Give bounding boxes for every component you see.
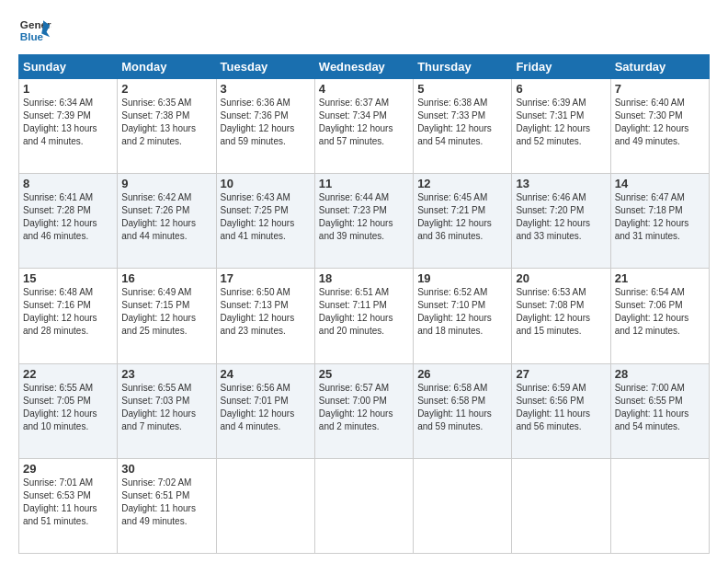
day-cell: 19Sunrise: 6:52 AM Sunset: 7:10 PM Dayli… [414, 269, 512, 363]
day-cell: 23Sunrise: 6:55 AM Sunset: 7:03 PM Dayli… [118, 363, 216, 458]
day-cell: 22Sunrise: 6:55 AM Sunset: 7:05 PM Dayli… [19, 363, 118, 458]
day-number: 5 [417, 82, 507, 96]
day-cell: 29Sunrise: 7:01 AM Sunset: 6:53 PM Dayli… [19, 458, 118, 553]
day-number: 15 [23, 271, 113, 285]
day-info: Sunrise: 6:41 AM Sunset: 7:28 PM Dayligh… [23, 191, 113, 243]
day-cell: 5Sunrise: 6:38 AM Sunset: 7:33 PM Daylig… [414, 79, 512, 174]
day-number: 19 [417, 271, 507, 285]
day-number: 4 [319, 82, 409, 96]
day-number: 6 [516, 82, 606, 96]
column-header-monday: Monday [118, 55, 216, 79]
calendar-page: General Blue SundayMondayTuesdayWednesda… [0, 0, 728, 563]
day-info: Sunrise: 6:49 AM Sunset: 7:15 PM Dayligh… [121, 286, 211, 338]
day-info: Sunrise: 6:45 AM Sunset: 7:21 PM Dayligh… [417, 191, 507, 243]
day-cell: 2Sunrise: 6:35 AM Sunset: 7:38 PM Daylig… [118, 79, 216, 174]
day-info: Sunrise: 7:00 AM Sunset: 6:55 PM Dayligh… [615, 382, 705, 433]
day-info: Sunrise: 6:48 AM Sunset: 7:16 PM Dayligh… [23, 286, 113, 338]
day-number: 25 [319, 367, 409, 381]
day-cell: 16Sunrise: 6:49 AM Sunset: 7:15 PM Dayli… [118, 269, 216, 363]
day-number: 30 [121, 462, 211, 476]
day-info: Sunrise: 6:34 AM Sunset: 7:39 PM Dayligh… [23, 97, 113, 148]
day-cell: 10Sunrise: 6:43 AM Sunset: 7:25 PM Dayli… [216, 174, 314, 269]
day-cell: 17Sunrise: 6:50 AM Sunset: 7:13 PM Dayli… [216, 269, 314, 363]
day-info: Sunrise: 6:52 AM Sunset: 7:10 PM Dayligh… [417, 286, 507, 338]
day-number: 24 [221, 367, 311, 381]
day-info: Sunrise: 6:56 AM Sunset: 7:01 PM Dayligh… [221, 382, 311, 433]
day-info: Sunrise: 6:35 AM Sunset: 7:38 PM Dayligh… [121, 97, 211, 148]
day-number: 28 [615, 367, 705, 381]
day-number: 9 [121, 177, 211, 190]
day-number: 12 [417, 177, 507, 190]
day-number: 18 [319, 271, 409, 285]
day-number: 1 [23, 82, 113, 96]
day-cell: 7Sunrise: 6:40 AM Sunset: 7:30 PM Daylig… [610, 79, 709, 174]
day-info: Sunrise: 6:54 AM Sunset: 7:06 PM Dayligh… [615, 286, 705, 338]
header-row: SundayMondayTuesdayWednesdayThursdayFrid… [19, 55, 710, 79]
day-cell: 15Sunrise: 6:48 AM Sunset: 7:16 PM Dayli… [19, 269, 118, 363]
day-number: 13 [516, 177, 606, 190]
svg-text:Blue: Blue [20, 30, 44, 42]
day-info: Sunrise: 6:46 AM Sunset: 7:20 PM Dayligh… [516, 191, 606, 243]
day-number: 20 [516, 271, 606, 285]
day-info: Sunrise: 6:43 AM Sunset: 7:25 PM Dayligh… [221, 191, 311, 243]
day-info: Sunrise: 6:57 AM Sunset: 7:00 PM Dayligh… [319, 382, 409, 433]
day-info: Sunrise: 7:02 AM Sunset: 6:51 PM Dayligh… [121, 477, 211, 528]
column-header-sunday: Sunday [19, 55, 118, 79]
day-cell: 28Sunrise: 7:00 AM Sunset: 6:55 PM Dayli… [610, 363, 709, 458]
day-cell: 9Sunrise: 6:42 AM Sunset: 7:26 PM Daylig… [118, 174, 216, 269]
day-cell [414, 458, 512, 553]
day-cell: 14Sunrise: 6:47 AM Sunset: 7:18 PM Dayli… [610, 174, 709, 269]
column-header-thursday: Thursday [414, 55, 512, 79]
day-info: Sunrise: 6:50 AM Sunset: 7:13 PM Dayligh… [221, 286, 311, 338]
column-header-tuesday: Tuesday [216, 55, 314, 79]
day-number: 16 [121, 271, 211, 285]
logo: General Blue [18, 14, 51, 47]
day-cell: 18Sunrise: 6:51 AM Sunset: 7:11 PM Dayli… [314, 269, 413, 363]
day-cell: 27Sunrise: 6:59 AM Sunset: 6:56 PM Dayli… [512, 363, 610, 458]
day-info: Sunrise: 7:01 AM Sunset: 6:53 PM Dayligh… [23, 477, 113, 528]
day-cell: 1Sunrise: 6:34 AM Sunset: 7:39 PM Daylig… [19, 79, 118, 174]
day-number: 8 [23, 177, 113, 190]
day-cell [610, 458, 709, 553]
day-number: 14 [615, 177, 705, 190]
day-number: 21 [615, 271, 705, 285]
day-info: Sunrise: 6:53 AM Sunset: 7:08 PM Dayligh… [516, 286, 606, 338]
day-info: Sunrise: 6:51 AM Sunset: 7:11 PM Dayligh… [319, 286, 409, 338]
day-number: 2 [121, 82, 211, 96]
day-cell: 25Sunrise: 6:57 AM Sunset: 7:00 PM Dayli… [314, 363, 413, 458]
day-cell: 6Sunrise: 6:39 AM Sunset: 7:31 PM Daylig… [512, 79, 610, 174]
week-row-2: 8Sunrise: 6:41 AM Sunset: 7:28 PM Daylig… [19, 174, 710, 269]
day-info: Sunrise: 6:47 AM Sunset: 7:18 PM Dayligh… [615, 191, 705, 243]
day-number: 3 [221, 82, 311, 96]
day-cell: 11Sunrise: 6:44 AM Sunset: 7:23 PM Dayli… [314, 174, 413, 269]
day-number: 7 [615, 82, 705, 96]
day-number: 23 [121, 367, 211, 381]
day-cell: 26Sunrise: 6:58 AM Sunset: 6:58 PM Dayli… [414, 363, 512, 458]
day-info: Sunrise: 6:44 AM Sunset: 7:23 PM Dayligh… [319, 191, 409, 243]
day-cell: 3Sunrise: 6:36 AM Sunset: 7:36 PM Daylig… [216, 79, 314, 174]
day-cell: 13Sunrise: 6:46 AM Sunset: 7:20 PM Dayli… [512, 174, 610, 269]
day-info: Sunrise: 6:36 AM Sunset: 7:36 PM Dayligh… [221, 97, 311, 148]
day-number: 10 [221, 177, 311, 190]
day-cell [314, 458, 413, 553]
day-number: 22 [23, 367, 113, 381]
column-header-wednesday: Wednesday [314, 55, 413, 79]
day-info: Sunrise: 6:40 AM Sunset: 7:30 PM Dayligh… [615, 97, 705, 148]
day-cell: 24Sunrise: 6:56 AM Sunset: 7:01 PM Dayli… [216, 363, 314, 458]
header: General Blue [18, 14, 710, 47]
day-info: Sunrise: 6:55 AM Sunset: 7:03 PM Dayligh… [121, 382, 211, 433]
day-cell: 30Sunrise: 7:02 AM Sunset: 6:51 PM Dayli… [118, 458, 216, 553]
day-number: 27 [516, 367, 606, 381]
column-header-saturday: Saturday [610, 55, 709, 79]
week-row-5: 29Sunrise: 7:01 AM Sunset: 6:53 PM Dayli… [19, 458, 710, 553]
day-info: Sunrise: 6:37 AM Sunset: 7:34 PM Dayligh… [319, 97, 409, 148]
logo-icon: General Blue [18, 14, 51, 47]
day-info: Sunrise: 6:38 AM Sunset: 7:33 PM Dayligh… [417, 97, 507, 148]
day-number: 17 [221, 271, 311, 285]
day-cell: 20Sunrise: 6:53 AM Sunset: 7:08 PM Dayli… [512, 269, 610, 363]
column-header-friday: Friday [512, 55, 610, 79]
day-cell: 12Sunrise: 6:45 AM Sunset: 7:21 PM Dayli… [414, 174, 512, 269]
week-row-4: 22Sunrise: 6:55 AM Sunset: 7:05 PM Dayli… [19, 363, 710, 458]
day-cell [216, 458, 314, 553]
week-row-1: 1Sunrise: 6:34 AM Sunset: 7:39 PM Daylig… [19, 79, 710, 174]
